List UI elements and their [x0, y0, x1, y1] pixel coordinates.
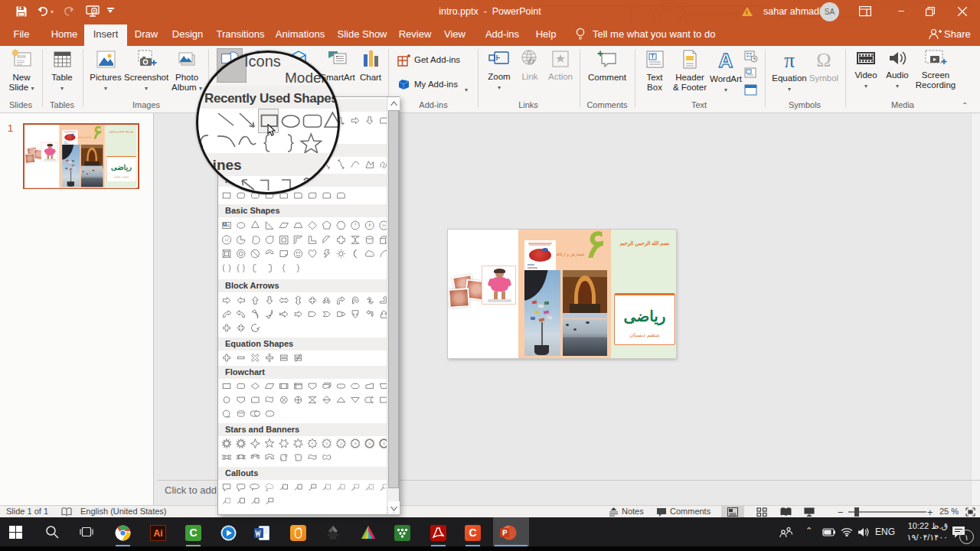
- svg-text:A: A: [719, 49, 733, 71]
